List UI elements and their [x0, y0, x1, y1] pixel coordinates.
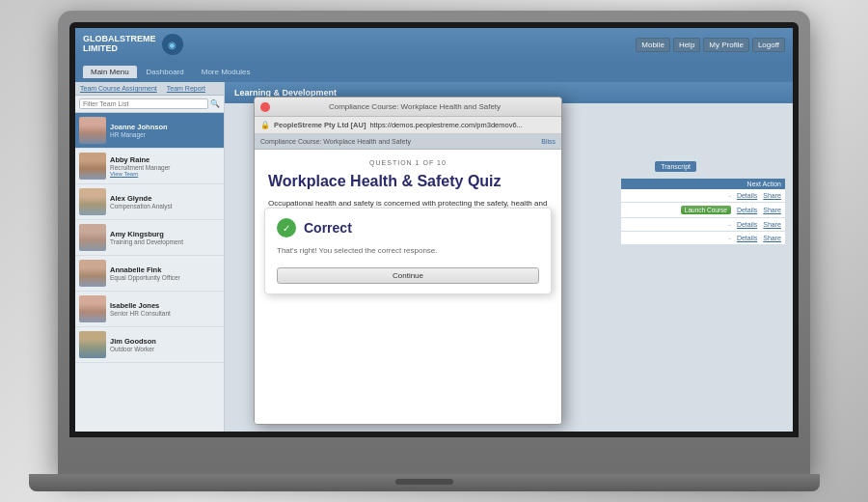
nav-bar: Main Menu Dashboard More Modules [75, 61, 793, 82]
launch-course-button[interactable]: Launch Course [681, 206, 731, 214]
logoff-button[interactable]: Logoff [752, 38, 785, 52]
app-header: GLOBALSTREME LIMITED ◉ Mobile Help My Pr… [75, 28, 793, 61]
browser-title-bar: Compliance Course: Workplace Health and … [255, 98, 561, 117]
avatar-amy [79, 224, 106, 251]
person-role: Compensation Analyst [110, 203, 173, 209]
share-link[interactable]: Share [763, 192, 781, 199]
search-input[interactable] [79, 98, 208, 109]
avatar-jim [79, 331, 106, 358]
browser-close-button[interactable] [260, 102, 270, 112]
tab-team-course[interactable]: Team Course Assignment [75, 82, 162, 95]
table-header-label: Next Action [747, 181, 781, 187]
correct-message: That's right! You selected the correct r… [277, 245, 539, 256]
share-link[interactable]: Share [763, 235, 781, 241]
right-content: Learning & Development Transcript Next A… [225, 82, 793, 432]
screen-content: GLOBALSTREME LIMITED ◉ Mobile Help My Pr… [75, 28, 793, 432]
person-amy-kingsburg[interactable]: Amy Kingsburg Training and Development [75, 220, 224, 256]
browser-popup: Compliance Course: Workplace Health and … [254, 97, 562, 425]
sidebar-search: 🔍 [75, 96, 224, 113]
person-annabelle-fink[interactable]: Annabelle Fink Equal Opportunity Officer [75, 256, 224, 292]
laptop-hinge [395, 479, 453, 485]
person-info-abby: Abby Raine Recruitment Manager View Team [110, 155, 171, 177]
correct-header: ✓ Correct [277, 218, 539, 237]
person-joanne-johnson[interactable]: Joanne Johnson HR Manager [75, 113, 224, 149]
next-action-table: Next Action - Details Share Launch Cours… [621, 179, 785, 245]
question-number: QUESTION 1 OF 10 [268, 159, 548, 166]
share-link[interactable]: Share [763, 207, 781, 213]
action-dash: - [729, 192, 731, 199]
person-name: Joanne Johnson [110, 123, 168, 131]
person-role: HR Manager [110, 131, 168, 138]
person-role: Outdoor Worker [110, 346, 156, 352]
logo-icon: ◉ [162, 34, 183, 55]
person-name: Isabelle Jones [110, 301, 171, 310]
transcript-button[interactable]: Transcript [655, 161, 696, 172]
url-text: https://demos.peoplestreme.com/pm3demov6… [369, 121, 522, 129]
nav-dashboard[interactable]: Dashboard [139, 66, 192, 78]
person-abby-raine[interactable]: Abby Raine Recruitment Manager View Team [75, 149, 224, 184]
mobile-button[interactable]: Mobile [636, 38, 670, 52]
avatar-isabelle [79, 295, 106, 322]
details-link[interactable]: Details [737, 192, 757, 199]
table-row: - Details Share [621, 232, 785, 245]
person-name: Annabelle Fink [110, 265, 180, 274]
transcript-area: Transcript [655, 161, 696, 172]
browser-url-bar: 🔒 PeopleStreme Pty Ltd [AU] https://demo… [255, 117, 561, 134]
details-link[interactable]: Details [737, 207, 757, 213]
logo-line2: LIMITED [83, 44, 156, 54]
person-info-joanne: Joanne Johnson HR Manager [110, 123, 168, 138]
person-isabelle-jones[interactable]: Isabelle Jones Senior HR Consultant [75, 292, 224, 327]
correct-popup: ✓ Correct That's right! You selected the… [264, 208, 552, 294]
person-info-jim: Jim Goodson Outdoor Worker [110, 337, 156, 352]
person-name: Alex Glynde [110, 194, 173, 203]
avatar-alex [79, 188, 106, 215]
action-dash: - [729, 235, 731, 241]
table-row: - Details Share [621, 189, 785, 203]
correct-title: Correct [304, 220, 352, 236]
person-info-annabelle: Annabelle Fink Equal Opportunity Officer [110, 265, 180, 281]
nav-main-menu[interactable]: Main Menu [83, 66, 137, 78]
person-role: Training and Development [110, 238, 183, 245]
nav-more-modules[interactable]: More Modules [194, 66, 258, 78]
tab-team-report[interactable]: Team Report [162, 82, 210, 95]
person-info-isabelle: Isabelle Jones Senior HR Consultant [110, 301, 171, 317]
sidebar-tabs: Team Course Assignment Team Report [75, 82, 224, 96]
person-name: Amy Kingsburg [110, 230, 183, 238]
browser-title: Compliance Course: Workplace Health and … [274, 102, 556, 111]
sidebar: Team Course Assignment Team Report 🔍 [75, 82, 225, 432]
person-info-alex: Alex Glynde Compensation Analyst [110, 194, 173, 209]
ssl-org-label: PeopleStreme Pty Ltd [AU] [274, 121, 366, 129]
avatar-joanne [79, 117, 106, 144]
browser-content: QUESTION 1 OF 10 Workplace Health & Safe… [255, 150, 561, 424]
person-jim-goodson[interactable]: Jim Goodson Outdoor Worker [75, 327, 224, 363]
details-link[interactable]: Details [737, 235, 757, 241]
details-link[interactable]: Details [737, 221, 757, 228]
browser-nav-bar: Compliance Course: Workplace Health and … [255, 134, 561, 150]
my-profile-button[interactable]: My Profile [703, 38, 749, 52]
quiz-title: Workplace Health & Safety Quiz [268, 172, 548, 190]
continue-button[interactable]: Continue [277, 267, 539, 284]
table-header: Next Action [621, 179, 785, 189]
person-name: Abby Raine [110, 155, 171, 164]
main-content: Team Course Assignment Team Report 🔍 [75, 82, 793, 432]
table-row: - Details Share [621, 218, 785, 232]
person-role: Senior HR Consultant [110, 310, 171, 317]
laptop-screen: GLOBALSTREME LIMITED ◉ Mobile Help My Pr… [58, 11, 810, 474]
ssl-icon: 🔒 [260, 121, 270, 129]
action-dash: - [729, 221, 731, 228]
browser-nav-label: Compliance Course: Workplace Health and … [260, 138, 411, 145]
share-link[interactable]: Share [763, 221, 781, 228]
browser-bliss[interactable]: Bliss [541, 138, 556, 145]
screen-bezel: GLOBALSTREME LIMITED ◉ Mobile Help My Pr… [69, 22, 799, 437]
person-alex-glynde[interactable]: Alex Glynde Compensation Analyst [75, 184, 224, 220]
avatar-abby [79, 153, 106, 180]
person-role: Recruitment Manager [110, 164, 171, 171]
person-name: Jim Goodson [110, 337, 156, 346]
avatar-annabelle [79, 260, 106, 287]
header-buttons: Mobile Help My Profile Logoff [636, 38, 785, 52]
logo-area: GLOBALSTREME LIMITED ◉ [83, 34, 183, 55]
person-info-amy: Amy Kingsburg Training and Development [110, 230, 183, 245]
search-icon: 🔍 [210, 99, 220, 108]
help-button[interactable]: Help [673, 38, 700, 52]
view-team-link[interactable]: View Team [110, 171, 171, 177]
